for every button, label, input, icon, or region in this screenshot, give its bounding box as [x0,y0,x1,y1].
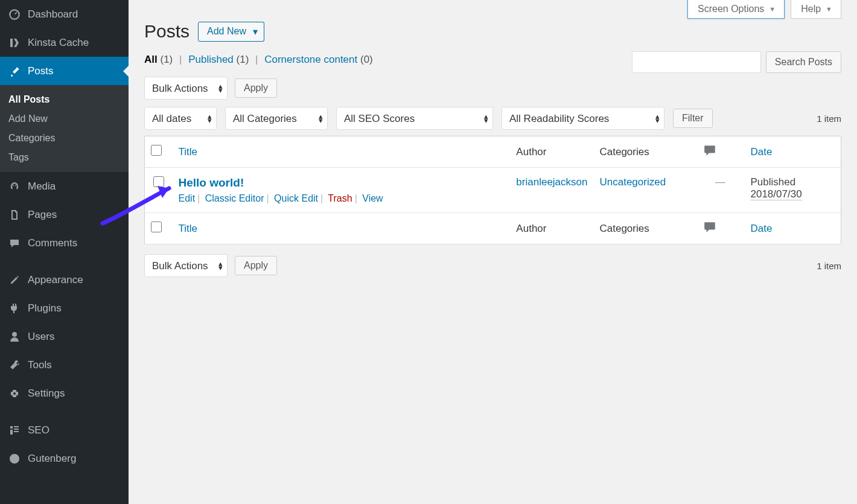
sidebar-label: Posts [28,65,54,77]
bulk-actions-select-bottom[interactable]: Bulk Actions [144,254,228,277]
sidebar-item-seo[interactable]: SEO [0,416,129,444]
submenu-tags[interactable]: Tags [0,148,129,167]
sidebar-label: SEO [28,424,49,436]
search-posts-button[interactable]: Search Posts [766,51,841,73]
seo-score-filter-select[interactable]: All SEO Scores [336,107,493,130]
sidebar-separator [0,407,129,416]
col-author-footer: Author [510,213,593,244]
bulk-actions-select-top[interactable]: Bulk Actions [144,77,228,100]
screen-options-label: Screen Options [698,4,764,14]
media-icon [7,180,22,193]
pages-icon [7,209,22,221]
col-author-header: Author [510,136,593,168]
sidebar-item-settings[interactable]: Settings [0,379,129,407]
filter-button[interactable]: Filter [673,109,713,128]
items-count-top: 1 item [817,113,841,124]
caret-down-icon: ▼ [826,5,832,13]
pin-icon [7,65,22,77]
readability-filter-select[interactable]: All Readability Scores [502,107,664,130]
col-comments-header[interactable] [696,136,745,168]
submenu-all-posts[interactable]: All Posts [0,90,129,109]
appearance-icon [7,274,22,286]
filter-all-link[interactable]: All [144,54,158,65]
row-category-link[interactable]: Uncategorized [600,176,666,188]
sidebar-item-pages[interactable]: Pages [0,200,129,229]
add-new-dropdown-toggle[interactable]: ▾ [247,22,264,42]
screen-options-toggle[interactable]: Screen Options ▼ [687,0,785,19]
select-all-checkbox-top[interactable] [151,145,162,156]
row-action-edit[interactable]: Edit [179,193,196,203]
submenu-categories[interactable]: Categories [0,129,129,148]
category-filter-select[interactable]: All Categories [225,107,328,130]
add-new-group: Add New ▾ [198,22,264,42]
table-row: Hello world! Edit| Classic Editor| Quick… [145,168,841,213]
dashboard-icon [7,8,22,21]
tools-icon [7,359,22,371]
screen-meta-links: Screen Options ▼ Help ▼ [144,0,841,19]
content-area: Screen Options ▼ Help ▼ Posts Add New ▾ … [129,0,857,504]
bulk-apply-top-button[interactable]: Apply [235,78,277,98]
sidebar-item-kinsta-cache[interactable]: Kinsta Cache [0,28,129,57]
admin-sidebar: Dashboard Kinsta Cache Posts All Posts A… [0,0,129,504]
filter-published-count: (1) [237,54,249,65]
sidebar-label: Media [28,180,56,193]
select-row-checkbox[interactable] [153,176,164,187]
sidebar-label: Appearance [28,274,83,286]
caret-down-icon: ▾ [253,27,258,37]
row-action-view[interactable]: View [362,193,383,203]
posts-table: Title Author Categories Date Hello world… [144,136,841,244]
row-date-status: Published [751,176,796,188]
col-comments-footer[interactable] [696,213,745,244]
post-title-link[interactable]: Hello world! [179,176,244,189]
sidebar-item-gutenberg[interactable]: Gutenberg [0,444,129,473]
tablenav-top: Bulk Actions ▴▾ Apply [144,77,841,100]
help-toggle[interactable]: Help ▼ [791,0,841,19]
row-action-classic-editor[interactable]: Classic Editor [205,193,264,203]
settings-icon [7,388,22,400]
sidebar-item-media[interactable]: Media [0,172,129,200]
date-filter-select[interactable]: All dates [144,107,217,130]
sidebar-item-comments[interactable]: Comments [0,229,129,257]
users-icon [7,331,22,343]
comments-icon [7,237,22,249]
sidebar-label: Kinsta Cache [28,37,89,49]
submenu-add-new[interactable]: Add New [0,109,129,129]
sidebar-label: Dashboard [28,8,78,21]
sidebar-label: Plugins [28,302,62,314]
search-posts-input[interactable] [632,51,761,73]
row-date-value: 2018/07/30 [751,188,802,200]
sidebar-item-users[interactable]: Users [0,322,129,351]
kinsta-icon [7,37,22,49]
sidebar-item-dashboard[interactable]: Dashboard [0,0,129,28]
select-all-checkbox-bottom[interactable] [151,222,162,232]
sidebar-label: Comments [28,237,77,249]
row-action-quick-edit[interactable]: Quick Edit [274,193,318,203]
col-date-sort-foot[interactable]: Date [751,223,773,234]
page-title: Posts [144,21,190,42]
row-actions: Edit| Classic Editor| Quick Edit| Trash|… [179,193,505,204]
col-date-sort[interactable]: Date [751,146,773,158]
sidebar-item-plugins[interactable]: Plugins [0,294,129,322]
page-heading-row: Posts Add New ▾ [144,21,841,42]
seo-icon [7,424,22,436]
filter-cornerstone-count: (0) [360,54,373,65]
row-author-link[interactable]: brianleejackson [516,176,587,188]
filter-cornerstone-link[interactable]: Cornerstone content [264,54,357,65]
col-title-sort-foot[interactable]: Title [179,223,198,234]
col-title-sort[interactable]: Title [179,146,198,158]
row-action-trash[interactable]: Trash [328,193,352,203]
sidebar-label: Tools [28,359,52,371]
sidebar-item-appearance[interactable]: Appearance [0,266,129,294]
sidebar-separator [0,257,129,266]
sidebar-submenu-posts: All Posts Add New Categories Tags [0,85,129,172]
sidebar-item-posts[interactable]: Posts [0,57,129,85]
bulk-apply-bottom-button[interactable]: Apply [235,256,277,275]
col-categories-header: Categories [594,136,696,168]
comment-bubble-icon [702,144,717,160]
items-count-bottom: 1 item [817,261,841,271]
row-comments-value: — [715,176,725,188]
sidebar-label: Settings [28,388,65,400]
filter-published-link[interactable]: Published [188,54,234,65]
tablenav-bottom: Bulk Actions ▴▾ Apply 1 item [144,254,841,277]
sidebar-item-tools[interactable]: Tools [0,351,129,379]
